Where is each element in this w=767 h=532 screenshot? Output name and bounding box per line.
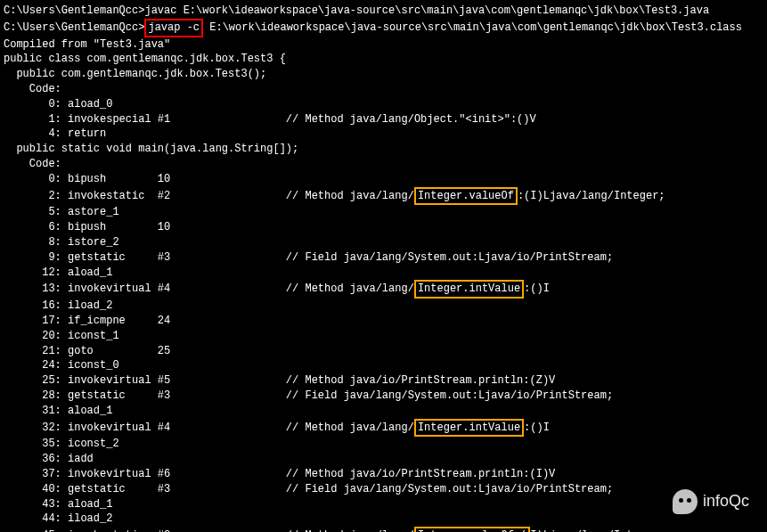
highlight-method: Integer.valueOf <box>414 187 518 206</box>
terminal-text: :()I <box>524 422 550 434</box>
terminal-line: 12: aload_1 <box>4 266 763 281</box>
terminal-text: 13: invokevirtual #4 // Method java/lang… <box>4 282 414 295</box>
terminal-text: :(I)Ljava/lang/Integer; <box>518 190 665 202</box>
terminal-line: 36: iadd <box>4 452 763 467</box>
terminal-output: C:\Users\GentlemanQcc>javac E:\work\idea… <box>4 4 763 532</box>
terminal-line: 25: invokevirtual #5 // Method java/io/P… <box>4 373 763 389</box>
wechat-icon <box>673 489 698 514</box>
terminal-line: public class com.gentlemanqc.jdk.box.Tes… <box>4 52 763 67</box>
terminal-line: public static void main(java.lang.String… <box>4 142 763 157</box>
terminal-line: 13: invokevirtual #4 // Method java/lang… <box>4 280 763 299</box>
terminal-line: 16: iload_2 <box>4 299 763 314</box>
terminal-line: C:\Users\GentlemanQcc>javac E:\work\idea… <box>4 4 763 19</box>
terminal-line: 32: invokevirtual #4 // Method java/lang… <box>4 419 763 438</box>
highlight-method: Integer.intValue <box>414 419 524 438</box>
terminal-line: 0: aload_0 <box>4 97 763 112</box>
terminal-line: 4: return <box>4 127 763 142</box>
terminal-line: 9: getstatic #3 // Field java/lang/Syste… <box>4 250 763 266</box>
terminal-line: 6: bipush 10 <box>4 220 763 235</box>
terminal-line: 31: aload_1 <box>4 404 763 419</box>
terminal-line: 40: getstatic #3 // Field java/lang/Syst… <box>4 482 763 497</box>
terminal-line: 44: iload_2 <box>4 512 763 527</box>
terminal-line: 43: aload_1 <box>4 497 763 512</box>
terminal-line: 35: iconst_2 <box>4 437 763 452</box>
terminal-line: Compiled from "Test3.java" <box>4 37 763 53</box>
terminal-text: E:\work\ideaworkspace\java-source\src\ma… <box>203 21 742 34</box>
terminal-text: :()I <box>524 282 550 295</box>
terminal-line: 17: if_icmpne 24 <box>4 314 763 329</box>
terminal-line: 2: invokestatic #2 // Method java/lang/I… <box>4 187 763 206</box>
terminal-line: public com.gentlemanqc.jdk.box.Test3(); <box>4 67 763 82</box>
terminal-line: C:\Users\GentlemanQcc>javap -c E:\work\i… <box>4 19 763 37</box>
terminal-line: 45: invokestatic #2 // Method java/lang/… <box>4 527 763 532</box>
terminal-line: 20: iconst_1 <box>4 329 763 344</box>
terminal-line: 28: getstatic #3 // Field java/lang/Syst… <box>4 389 763 404</box>
terminal-line: Code: <box>4 82 763 97</box>
terminal-line: 5: astore_1 <box>4 205 763 220</box>
terminal-text: 32: invokevirtual #4 // Method java/lang… <box>4 422 414 434</box>
terminal-line: 37: invokevirtual #6 // Method java/io/P… <box>4 467 763 482</box>
terminal-line: 1: invokespecial #1 // Method java/lang/… <box>4 112 763 127</box>
terminal-line: 21: goto 25 <box>4 344 763 359</box>
terminal-text: C:\Users\GentlemanQcc> <box>4 21 144 34</box>
terminal-line: Code: <box>4 157 763 172</box>
terminal-text: 2: invokestatic #2 // Method java/lang/ <box>4 190 414 202</box>
terminal-line: 8: istore_2 <box>4 235 763 250</box>
watermark-text: infoQc <box>703 490 749 512</box>
highlight-method: Integer.valueOf:( <box>414 527 530 532</box>
watermark: infoQc <box>673 489 749 514</box>
highlight-method: Integer.intValue <box>414 280 524 299</box>
terminal-line: 0: bipush 10 <box>4 172 763 187</box>
terminal-line: 24: iconst_0 <box>4 358 763 373</box>
highlight-command: javap -c <box>144 19 203 37</box>
